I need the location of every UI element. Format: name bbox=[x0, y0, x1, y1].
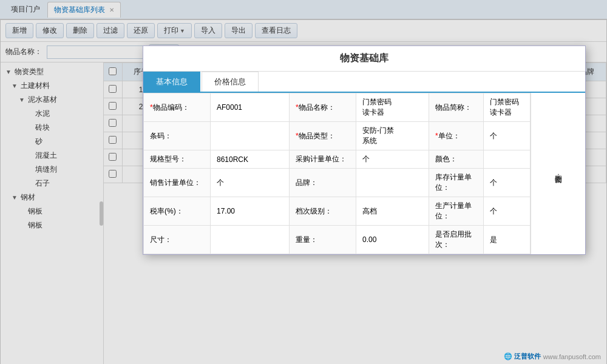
tab-basic[interactable]: 基本信息 bbox=[143, 72, 200, 92]
field-label-name: *物品名称： bbox=[290, 93, 356, 122]
form-row: 销售计量单位： 个 品牌： 库存计量单位： 个 bbox=[144, 169, 531, 197]
field-label-code: *物品编码： bbox=[144, 93, 211, 122]
field-value-size bbox=[211, 226, 290, 254]
field-label-unit: *单位： bbox=[429, 122, 484, 150]
field-value-purchase-unit: 个 bbox=[356, 150, 429, 169]
form-row: 税率(%)： 17.00 档次级别： 高档 生产计量单位： 个 bbox=[144, 197, 531, 226]
field-label-type: *物品类型： bbox=[290, 122, 356, 150]
field-value-unit: 个 bbox=[484, 122, 531, 150]
form-row: 规格型号： 8610RCK 采购计量单位： 个 颜色： bbox=[144, 150, 531, 169]
field-label-barcode: 条码： bbox=[144, 122, 211, 150]
field-label-grade: 档次级别： bbox=[290, 197, 356, 226]
field-label-stock-unit: 库存计量单位： bbox=[429, 169, 484, 197]
field-value-brand bbox=[356, 169, 429, 197]
field-label-weight: 重量： bbox=[290, 226, 356, 254]
field-value-code: AF0001 bbox=[211, 93, 290, 122]
field-value-weight: 0.00 bbox=[356, 226, 429, 254]
field-value-grade: 高档 bbox=[356, 197, 429, 226]
field-value-type: 安防-门禁系统 bbox=[356, 122, 429, 150]
field-label-sales-unit: 销售计量单位： bbox=[144, 169, 211, 197]
field-label-prod-unit: 生产计量单位： bbox=[429, 197, 484, 226]
field-value-tax: 17.00 bbox=[211, 197, 290, 226]
field-value-shortname: 门禁密码读卡器 bbox=[484, 93, 531, 122]
field-label-shortname: 物品简称： bbox=[429, 93, 484, 122]
form-row: 条码： *物品类型： 安防-门禁系统 *单位： 个 bbox=[144, 122, 531, 150]
field-value-prod-unit: 个 bbox=[484, 197, 531, 226]
tab-price[interactable]: 价格信息 bbox=[202, 72, 259, 92]
field-label-color: 颜色： bbox=[429, 150, 484, 169]
field-value-spec: 8610RCK bbox=[211, 150, 290, 169]
field-value-sales-unit: 个 bbox=[211, 169, 290, 197]
form-row: *物品编码： AF0001 *物品名称： 门禁密码读卡器 物品简称： 门禁密码读… bbox=[144, 93, 531, 122]
modal-tabs: 基本信息 价格信息 bbox=[143, 72, 585, 93]
field-value-batch: 是 bbox=[484, 226, 531, 254]
field-label-size: 尺寸： bbox=[144, 226, 211, 254]
form-row: 尺寸： 重量： 0.00 是否启用批次： 是 bbox=[144, 226, 531, 254]
field-value-color bbox=[484, 150, 531, 169]
modal-title: 物资基础库 bbox=[143, 46, 585, 72]
field-label-purchase-unit: 采购计量单位： bbox=[290, 150, 356, 169]
modal-dialog: 物资基础库 基本信息 价格信息 *物品编码： AF0001 bbox=[143, 46, 586, 255]
field-value-stock-unit: 个 bbox=[484, 169, 531, 197]
field-label-spec: 规格型号： bbox=[144, 150, 211, 169]
field-label-brand: 品牌： bbox=[290, 169, 356, 197]
modal-overlay[interactable]: 物资基础库 基本信息 价格信息 *物品编码： AF0001 bbox=[0, 0, 607, 364]
field-value-name: 门禁密码读卡器 bbox=[356, 93, 429, 122]
image-label: 物资图片： bbox=[553, 170, 563, 177]
field-label-tax: 税率(%)： bbox=[144, 197, 211, 226]
field-label-batch: 是否启用批次： bbox=[429, 226, 484, 254]
field-value-barcode bbox=[211, 122, 290, 150]
modal-body: *物品编码： AF0001 *物品名称： 门禁密码读卡器 物品简称： 门禁密码读… bbox=[143, 93, 585, 254]
image-panel: 物资图片： bbox=[531, 93, 585, 254]
